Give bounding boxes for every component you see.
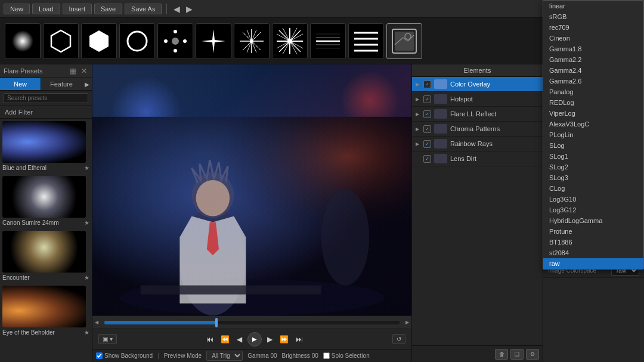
brush-item-11[interactable] [386,23,422,59]
element-check[interactable]: ✓ [423,95,431,103]
tab-new[interactable]: New [0,78,41,90]
brush-item-3[interactable] [81,23,117,59]
preset-item[interactable]: Canon Sumire 24mm ★ [2,176,89,226]
loop-button[interactable]: ↺ [392,334,405,344]
element-row[interactable]: ▶ ✓ Chroma Patterns [412,122,543,137]
add-filter-button[interactable]: Add Filter [0,106,92,119]
preset-label: Eye of the Beholder [2,329,55,336]
redo-button[interactable]: ▶ [184,4,194,14]
preset-star-icon[interactable]: ★ [84,219,89,226]
colorspace-option[interactable]: Protune [543,226,643,237]
colorspace-option[interactable]: SLog1 [543,151,643,162]
svg-point-3 [128,32,147,51]
load-button[interactable]: Load [32,4,60,14]
show-background-check[interactable]: Show Background [96,352,153,359]
insert-button[interactable]: Insert [63,4,92,14]
timeline-right-arrow[interactable]: ▶ [403,320,411,325]
colorspace-option[interactable]: Panalog [543,86,643,97]
step-forward-button[interactable]: ▶ [265,334,274,345]
element-check[interactable]: ✓ [423,110,431,118]
preview-mode-select[interactable]: All Trig [206,351,243,361]
brush-item-10[interactable] [348,23,384,59]
preset-label: Encounter [2,274,30,281]
timeline-left-arrow[interactable]: ◀ [92,320,101,325]
step-back-button[interactable]: ◀ [235,334,244,345]
preset-label: Blue and Etheral [2,165,47,171]
element-check[interactable]: ✓ [423,125,431,133]
panel-close-button[interactable]: ✕ [80,67,88,75]
skip-to-start-button[interactable]: ⏮ [205,334,215,345]
brush-item-7[interactable] [234,23,270,59]
timeline-bar: ◀ ▶ [92,315,411,329]
colorspace-option[interactable]: SLog [543,140,643,151]
colorspace-option[interactable]: SLog3 [543,172,643,183]
timeline-track[interactable] [104,321,400,324]
undo-button[interactable]: ◀ [172,4,182,14]
timeline-handle[interactable] [215,318,218,327]
save-button[interactable]: Save [94,4,122,14]
solo-selection-checkbox[interactable] [323,352,330,359]
tab-featured[interactable]: Feature [41,78,82,90]
colorspace-option[interactable]: Gamma2.6 [543,76,643,86]
preset-star-icon[interactable]: ★ [84,274,89,281]
new-button[interactable]: New [4,4,30,14]
element-check[interactable]: ✓ [423,140,431,148]
prev-frames-button[interactable]: ⏪ [219,334,231,345]
element-row[interactable]: ▶ ✓ Hotspot [412,92,543,107]
colorspace-option[interactable]: HybridLogGamma [543,215,643,226]
next-frames-button[interactable]: ⏩ [278,334,290,345]
element-row[interactable]: ▶ ✓ Flare LL Reflect [412,107,543,122]
search-input[interactable] [4,93,88,103]
colorspace-option[interactable]: REDLog [543,97,643,108]
elements-list: ▶ ✓ Color Overlay ▶ ✓ Hotspot ▶ ✓ Flare … [412,77,543,166]
brush-item-9[interactable] [310,23,346,59]
save-as-button[interactable]: Save As [125,4,162,14]
element-label: Lens Dirt [450,155,539,162]
svg-point-56 [196,180,230,216]
colorspace-option[interactable]: st2084 [543,247,643,258]
element-row[interactable]: ✓ Lens Dirt [412,151,543,166]
element-check[interactable]: ✓ [423,155,431,163]
colorspace-option[interactable]: PLogLin [543,129,643,140]
colorspace-option[interactable]: SLog2 [543,162,643,172]
element-label: Hotspot [450,95,539,103]
panel-grid-button[interactable]: ▦ [69,67,78,75]
solo-selection-check[interactable]: Solo Selection [323,352,370,359]
colorspace-option[interactable]: BT1886 [543,237,643,247]
element-settings-button[interactable]: ⚙ [526,349,539,360]
show-background-checkbox[interactable] [96,352,103,359]
colorspace-dropdown: linearsRGBrec709CineonGamma1.8Gamma2.2Ga… [543,64,644,270]
brush-item-2[interactable] [43,23,79,59]
skip-to-end-button[interactable]: ⏭ [294,334,305,345]
element-row[interactable]: ▶ ✓ Rainbow Rays [412,137,543,151]
left-panel: Flare Presets ▦ ✕ New Feature ▶ Add Filt… [0,64,92,362]
panel-tabs: New Feature ▶ [0,78,92,91]
preset-item[interactable]: Eye of the Beholder ★ [2,286,89,336]
brush-item-8[interactable] [272,23,308,59]
playback-controls: ▣▾ ⏮ ⏪ ◀ ▶ ▶ ⏩ ⏭ ↺ [92,329,411,349]
preset-item[interactable]: Blue and Etheral ★ [2,121,89,171]
brush-item-5[interactable] [157,23,193,59]
element-check[interactable]: ✓ [423,81,431,88]
colorspace-option[interactable]: raw [543,258,643,269]
tab-arrow-button[interactable]: ▶ [82,78,92,90]
play-button[interactable]: ▶ [247,332,262,346]
element-row[interactable]: ▶ ✓ Color Overlay [412,77,543,92]
preset-star-icon[interactable]: ★ [84,329,89,336]
colorspace-option[interactable]: CLog [543,183,643,194]
element-duplicate-button[interactable]: ❑ [510,349,524,360]
props-area: ▼ Identity ▼ Position Pc [543,64,644,362]
brush-item-4[interactable] [119,23,155,59]
preset-item[interactable]: Encounter ★ [2,231,89,281]
preset-star-icon[interactable]: ★ [84,165,89,171]
colorspace-option[interactable]: Log3G12 [543,205,643,215]
colorspace-option[interactable]: AlexaV3LogC [543,119,643,129]
colorspace-option[interactable]: Gamma2.4 [543,65,643,76]
frame-range-display[interactable]: ▣▾ [98,334,117,344]
brush-item-1[interactable] [5,23,41,59]
svg-point-4 [174,30,177,33]
element-delete-button[interactable]: 🗑 [495,349,508,360]
colorspace-option[interactable]: ViperLog [543,108,643,119]
brush-item-6[interactable] [196,23,231,59]
colorspace-option[interactable]: Log3G10 [543,194,643,205]
